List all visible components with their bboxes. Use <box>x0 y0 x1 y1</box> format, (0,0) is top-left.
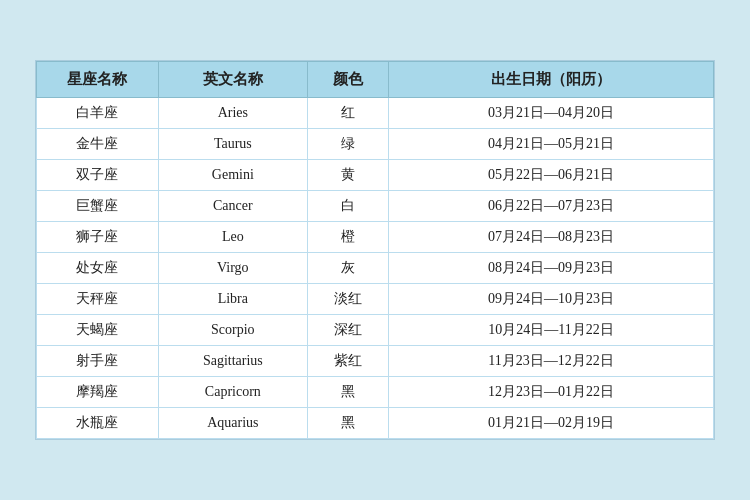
table-row: 水瓶座Aquarius黑01月21日—02月19日 <box>37 408 714 439</box>
table-row: 巨蟹座Cancer白06月22日—07月23日 <box>37 191 714 222</box>
cell-english: Aries <box>158 98 307 129</box>
cell-color: 绿 <box>307 129 388 160</box>
table-row: 双子座Gemini黄05月22日—06月21日 <box>37 160 714 191</box>
cell-date: 11月23日—12月22日 <box>389 346 714 377</box>
table-body: 白羊座Aries红03月21日—04月20日金牛座Taurus绿04月21日—0… <box>37 98 714 439</box>
cell-english: Taurus <box>158 129 307 160</box>
cell-date: 05月22日—06月21日 <box>389 160 714 191</box>
cell-color: 紫红 <box>307 346 388 377</box>
cell-english: Leo <box>158 222 307 253</box>
cell-chinese: 双子座 <box>37 160 159 191</box>
cell-date: 12月23日—01月22日 <box>389 377 714 408</box>
zodiac-table: 星座名称 英文名称 颜色 出生日期（阳历） 白羊座Aries红03月21日—04… <box>36 61 714 439</box>
cell-color: 淡红 <box>307 284 388 315</box>
cell-chinese: 白羊座 <box>37 98 159 129</box>
cell-color: 橙 <box>307 222 388 253</box>
cell-english: Scorpio <box>158 315 307 346</box>
cell-english: Sagittarius <box>158 346 307 377</box>
cell-chinese: 狮子座 <box>37 222 159 253</box>
zodiac-table-container: 星座名称 英文名称 颜色 出生日期（阳历） 白羊座Aries红03月21日—04… <box>35 60 715 440</box>
header-chinese: 星座名称 <box>37 62 159 98</box>
cell-color: 黄 <box>307 160 388 191</box>
cell-color: 深红 <box>307 315 388 346</box>
cell-english: Aquarius <box>158 408 307 439</box>
cell-chinese: 射手座 <box>37 346 159 377</box>
cell-date: 03月21日—04月20日 <box>389 98 714 129</box>
table-header-row: 星座名称 英文名称 颜色 出生日期（阳历） <box>37 62 714 98</box>
cell-chinese: 处女座 <box>37 253 159 284</box>
cell-color: 灰 <box>307 253 388 284</box>
cell-chinese: 天秤座 <box>37 284 159 315</box>
cell-chinese: 水瓶座 <box>37 408 159 439</box>
table-row: 摩羯座Capricorn黑12月23日—01月22日 <box>37 377 714 408</box>
cell-color: 白 <box>307 191 388 222</box>
cell-english: Cancer <box>158 191 307 222</box>
cell-english: Gemini <box>158 160 307 191</box>
cell-chinese: 摩羯座 <box>37 377 159 408</box>
header-color: 颜色 <box>307 62 388 98</box>
header-english: 英文名称 <box>158 62 307 98</box>
cell-color: 黑 <box>307 377 388 408</box>
table-row: 白羊座Aries红03月21日—04月20日 <box>37 98 714 129</box>
cell-english: Virgo <box>158 253 307 284</box>
header-date: 出生日期（阳历） <box>389 62 714 98</box>
cell-chinese: 金牛座 <box>37 129 159 160</box>
table-row: 狮子座Leo橙07月24日—08月23日 <box>37 222 714 253</box>
cell-english: Capricorn <box>158 377 307 408</box>
cell-date: 06月22日—07月23日 <box>389 191 714 222</box>
cell-chinese: 天蝎座 <box>37 315 159 346</box>
table-row: 天秤座Libra淡红09月24日—10月23日 <box>37 284 714 315</box>
cell-date: 07月24日—08月23日 <box>389 222 714 253</box>
table-row: 天蝎座Scorpio深红10月24日—11月22日 <box>37 315 714 346</box>
cell-chinese: 巨蟹座 <box>37 191 159 222</box>
cell-date: 10月24日—11月22日 <box>389 315 714 346</box>
cell-date: 04月21日—05月21日 <box>389 129 714 160</box>
cell-date: 09月24日—10月23日 <box>389 284 714 315</box>
cell-english: Libra <box>158 284 307 315</box>
cell-color: 黑 <box>307 408 388 439</box>
cell-date: 08月24日—09月23日 <box>389 253 714 284</box>
table-row: 金牛座Taurus绿04月21日—05月21日 <box>37 129 714 160</box>
table-row: 处女座Virgo灰08月24日—09月23日 <box>37 253 714 284</box>
cell-color: 红 <box>307 98 388 129</box>
cell-date: 01月21日—02月19日 <box>389 408 714 439</box>
table-row: 射手座Sagittarius紫红11月23日—12月22日 <box>37 346 714 377</box>
